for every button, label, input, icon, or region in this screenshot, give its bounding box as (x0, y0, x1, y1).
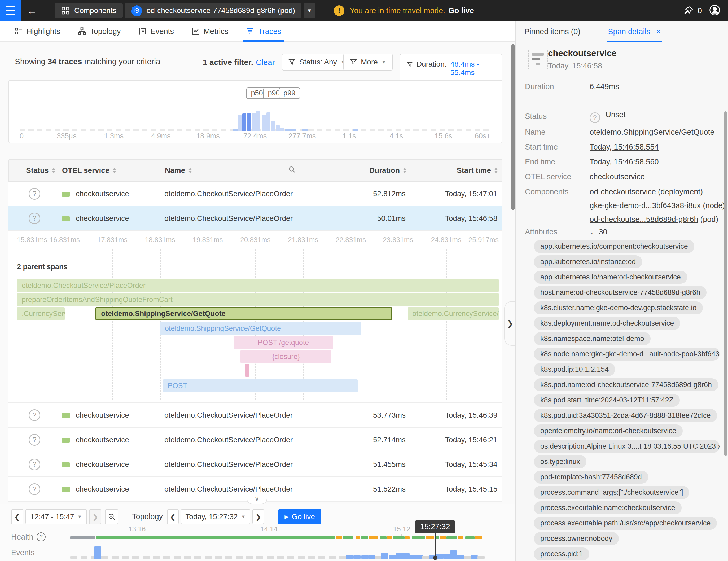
attribute-pill[interactable]: k8s.cluster.name:gke-demo-dev.gcp.stacks… (534, 301, 703, 314)
tab-span-details[interactable]: Span details (608, 27, 650, 36)
end-time-value[interactable]: Today, 15:46:58.560 (590, 157, 659, 166)
attribute-pill[interactable]: opentelemetry.io/name:od-checkoutservice (534, 424, 683, 437)
attribute-pill[interactable]: process.executable.name:checkoutservice (534, 501, 682, 514)
event-bar[interactable] (389, 555, 396, 559)
header-name[interactable]: Name (157, 165, 327, 175)
attribute-pill[interactable]: k8s.deployment.name:od-checkoutservice (534, 317, 680, 330)
event-bar[interactable] (396, 553, 403, 559)
histogram-bar[interactable] (266, 112, 270, 131)
start-time-value[interactable]: Today, 15:46:58.554 (590, 143, 659, 151)
time-next-button[interactable]: ❯ (252, 509, 264, 524)
component-link[interactable]: gke-gke-demo-d...3bf643a8-i8ux (590, 201, 701, 210)
health-timeline[interactable] (70, 536, 483, 539)
range-prev-button[interactable]: ❮ (11, 509, 23, 524)
span-bar[interactable]: oteldemo.ShippingService/GetQuote (160, 322, 361, 335)
span-bar[interactable]: {closure} (240, 350, 331, 363)
go-live-link[interactable]: Go live (448, 6, 474, 15)
span-bar[interactable]: POST /getquote (234, 336, 333, 349)
zoom-out-button[interactable] (105, 509, 118, 524)
attribute-pill[interactable]: k8s.pod.ip:10.1.2.154 (534, 363, 615, 376)
close-icon[interactable]: × (656, 27, 661, 36)
span-bar[interactable] (245, 364, 249, 377)
histogram-bar[interactable] (302, 129, 308, 131)
attributes-count[interactable]: ⌄30 (590, 227, 607, 236)
trace-row[interactable]: ?checkoutserviceoteldemo.CheckoutService… (8, 452, 502, 477)
trace-row[interactable]: ?checkoutserviceoteldemo.CheckoutService… (8, 182, 502, 206)
time-range-dropdown[interactable]: 12:47 - 15:47▼ (25, 509, 87, 524)
more-filter-button[interactable]: More▼ (343, 54, 393, 71)
attribute-pill[interactable]: k8s.pod.name:od-checkoutservice-77458d68… (534, 378, 718, 391)
attribute-pill[interactable]: app.kubernetes.io/instance:od (534, 255, 642, 268)
attribute-pill[interactable]: process.pid:1 (534, 547, 589, 560)
event-bar[interactable] (422, 556, 429, 559)
attribute-pill[interactable]: k8s.pod.start_time:2024-03-12T11:57:42Z (534, 394, 680, 407)
event-bar[interactable] (402, 553, 410, 559)
help-icon[interactable]: ? (37, 532, 46, 541)
header-status[interactable]: Status (9, 166, 62, 175)
menu-icon[interactable] (0, 0, 21, 21)
span-bar[interactable]: oteldemo.ShippingService/GetQuote (95, 307, 392, 320)
histogram-bar[interactable] (280, 128, 284, 131)
clear-filter-link[interactable]: Clear (256, 58, 275, 67)
time-cursor-line[interactable] (435, 533, 436, 557)
event-bar[interactable] (450, 550, 457, 559)
pod-selector-caret[interactable]: ▼ (304, 3, 315, 18)
tab-pinned-items[interactable]: Pinned items (0) (524, 27, 580, 36)
attribute-pill[interactable]: process.executable.path:/usr/src/app/che… (534, 517, 717, 530)
span-bar[interactable]: oteldemo.CheckoutService/PlaceOrder (17, 279, 499, 292)
pin-icon[interactable]: 0 (684, 6, 702, 16)
event-bar[interactable] (353, 555, 361, 559)
header-duration[interactable]: Duration (327, 166, 407, 175)
header-otel-service[interactable]: OTEL service (62, 166, 157, 175)
event-bar[interactable] (409, 555, 416, 559)
histogram-bar[interactable] (262, 115, 266, 131)
attribute-pill[interactable]: host.name:od-checkoutservice-77458d689d-… (534, 286, 707, 299)
side-panel-scrollbar[interactable] (724, 111, 727, 456)
trace-row[interactable]: ?checkoutserviceoteldemo.CheckoutService… (8, 403, 502, 428)
histogram-bar[interactable] (242, 113, 246, 131)
duration-histogram[interactable]: p50p90p99 0335µs1.3ms4.9ms18.9ms72.4ms27… (8, 80, 502, 143)
duration-filter[interactable]: Duration: 48.4ms - 55.4ms (400, 54, 502, 80)
timestamp-dropdown[interactable]: Today, 15:27:32▼ (181, 509, 250, 524)
event-bar[interactable] (457, 555, 464, 559)
sort-icon[interactable] (52, 168, 56, 173)
attribute-pill[interactable]: k8s.namespace.name:otel-demo (534, 332, 651, 345)
tab-traces[interactable]: Traces (241, 21, 286, 41)
attribute-pill[interactable]: app.kubernetes.io/name:od-checkoutservic… (534, 271, 687, 284)
header-start-time[interactable]: Start time (407, 166, 503, 175)
parent-spans-link[interactable]: 2 parent spans (17, 263, 68, 271)
attribute-pill[interactable]: os.description:Alpine Linux 3....t 18 03… (534, 440, 720, 453)
event-bar[interactable] (346, 555, 353, 559)
histogram-bar[interactable] (271, 121, 275, 131)
events-timeline[interactable] (70, 546, 483, 559)
status-filter-button[interactable]: Status: Any▼ (282, 54, 352, 71)
histogram-bar[interactable] (247, 113, 251, 131)
event-bar[interactable] (361, 555, 369, 559)
sort-icon[interactable] (494, 168, 498, 173)
span-bar[interactable]: .CurrencyServ... (17, 307, 65, 320)
attribute-pill[interactable]: app.kubernetes.io/component:checkoutserv… (534, 240, 694, 253)
histogram-bar[interactable] (252, 113, 256, 131)
event-bar[interactable] (94, 546, 101, 559)
component-link[interactable]: od-checkoutservice (590, 187, 656, 196)
attribute-pill[interactable]: k8s.pod.uid:3a430351-2cda-4d67-8d88-318f… (534, 409, 717, 422)
pod-selector[interactable]: od-checkoutservice-77458d689d-g8r6h (pod… (125, 3, 301, 18)
component-link[interactable]: od-checkoutse...58d689d-g8r6h (590, 215, 698, 223)
back-arrow-icon[interactable]: ← (21, 0, 42, 21)
event-bar[interactable] (471, 555, 478, 559)
collapse-waterfall-button[interactable]: ∨ (247, 493, 267, 504)
avatar[interactable] (709, 4, 721, 17)
histogram-bar[interactable] (353, 129, 358, 131)
tab-topology[interactable]: Topology (73, 21, 125, 41)
tab-events[interactable]: Events (133, 21, 179, 41)
attribute-pill[interactable]: process.command_args:["./checkoutservice… (534, 486, 689, 499)
histogram-bar[interactable] (238, 115, 242, 131)
event-bar[interactable] (477, 556, 485, 559)
histogram-bar[interactable] (290, 129, 296, 131)
attribute-pill[interactable]: k8s.node.name:gke-gke-demo-d...ault-node… (534, 348, 720, 361)
event-bar[interactable] (381, 553, 388, 559)
attribute-pill[interactable]: process.owner:nobody (534, 532, 619, 545)
panel-collapse-handle[interactable]: ❯ (504, 301, 515, 346)
trace-row[interactable]: ?checkoutserviceoteldemo.CheckoutService… (8, 206, 502, 231)
attribute-pill[interactable]: os.type:linux (534, 455, 586, 468)
